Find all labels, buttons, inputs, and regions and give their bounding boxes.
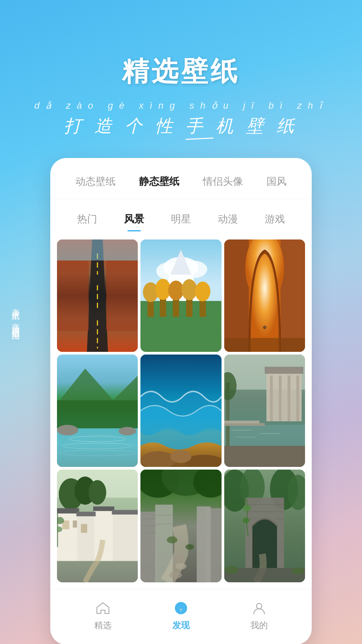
tab-celebrity[interactable]: 明星 (164, 209, 198, 229)
svg-rect-51 (288, 376, 290, 421)
underline-char: 手 (185, 114, 207, 138)
home-icon (94, 599, 112, 617)
svg-point-96 (173, 554, 184, 561)
wallpaper-arch (224, 239, 305, 352)
primary-tab-row: 动态壁纸 静态壁纸 情侣头像 国风 (50, 171, 312, 199)
tab-game[interactable]: 游戏 (258, 209, 292, 229)
grid-item-village2[interactable] (140, 470, 221, 582)
svg-point-66 (88, 480, 106, 505)
grid-item-lake[interactable] (57, 355, 138, 467)
svg-rect-68 (77, 515, 95, 561)
nav-label-mine: 我的 (250, 620, 268, 631)
svg-rect-7 (106, 261, 138, 331)
wallpaper-ocean (140, 355, 221, 467)
svg-rect-59 (224, 423, 265, 426)
svg-point-120 (256, 603, 262, 609)
svg-point-98 (186, 544, 194, 550)
svg-point-113 (292, 568, 304, 575)
svg-rect-28 (224, 239, 249, 352)
nav-label-featured: 精选 (94, 620, 112, 631)
main-title: 精选壁纸 (0, 54, 362, 90)
header-section: 精选壁纸 dǎ zào gè xìng shǒu jī bì zhǐ 打 造 个… (0, 0, 362, 158)
grid-item-archway[interactable] (224, 470, 305, 582)
grid-item-garden[interactable] (224, 355, 305, 467)
image-grid (50, 239, 312, 582)
wallpaper-archway (224, 470, 305, 582)
svg-rect-30 (224, 338, 305, 352)
svg-point-95 (175, 563, 187, 570)
svg-point-40 (119, 427, 136, 435)
compass-icon (172, 599, 190, 617)
svg-point-44 (171, 450, 192, 463)
subtitle-pinyin: dǎ zào gè xìng shǒu jī bì zhǐ (0, 100, 362, 111)
secondary-tab-row: 热门 风景 明星 动漫 游戏 (50, 209, 312, 229)
nav-label-discover: 发现 (172, 620, 190, 631)
wallpaper-mountain (140, 239, 221, 352)
side-text: 唐卡壁纸／高清动态壁纸应用 (9, 302, 22, 327)
grid-item-village1[interactable] (57, 470, 138, 582)
tab-scenery[interactable]: 风景 (117, 209, 151, 229)
svg-rect-6 (57, 261, 88, 331)
svg-rect-74 (112, 510, 138, 515)
wallpaper-village1 (57, 470, 138, 582)
phone-card: 动态壁纸 静态壁纸 情侣头像 国风 热门 风景 明星 动漫 游戏 (50, 158, 312, 644)
nav-item-mine[interactable]: 我的 (250, 599, 268, 631)
svg-rect-77 (81, 524, 87, 533)
tab-anime[interactable]: 动漫 (211, 209, 245, 229)
tab-dynamic-wallpaper[interactable]: 动态壁纸 (69, 171, 122, 192)
tab-guofeng[interactable]: 国风 (260, 171, 293, 192)
svg-rect-88 (197, 506, 211, 582)
svg-rect-70 (113, 514, 138, 561)
wallpaper-road (57, 239, 138, 352)
nav-item-discover[interactable]: 发现 (172, 599, 190, 631)
svg-point-20 (168, 280, 184, 300)
svg-point-24 (195, 282, 210, 302)
svg-rect-72 (76, 512, 96, 517)
svg-rect-27 (281, 239, 305, 352)
svg-point-110 (242, 518, 249, 524)
wallpaper-lake (57, 355, 138, 467)
svg-point-22 (182, 279, 197, 300)
grid-item-arch[interactable] (224, 239, 305, 352)
svg-rect-71 (57, 508, 79, 514)
tab-couple-avatar[interactable]: 情侣头像 (196, 171, 250, 192)
tab-static-wallpaper[interactable]: 静态壁纸 (132, 171, 186, 192)
wallpaper-village2 (140, 470, 221, 582)
svg-point-112 (224, 566, 238, 574)
svg-rect-49 (270, 376, 273, 421)
svg-point-94 (169, 572, 182, 579)
svg-point-39 (57, 425, 78, 435)
subtitle-chinese: 打 造 个 性 手 机 壁 纸 (0, 114, 362, 138)
svg-rect-52 (296, 376, 299, 421)
svg-rect-53 (224, 425, 305, 446)
svg-rect-85 (140, 512, 156, 582)
tab-hot[interactable]: 热门 (70, 209, 104, 229)
svg-rect-73 (93, 506, 114, 511)
person-icon (250, 599, 268, 617)
grid-item-ocean[interactable] (140, 355, 221, 467)
svg-rect-76 (73, 521, 77, 528)
svg-rect-60 (224, 421, 259, 423)
svg-rect-50 (279, 376, 281, 421)
svg-rect-48 (264, 367, 303, 374)
svg-point-109 (243, 505, 251, 512)
grid-item-road[interactable] (57, 239, 138, 352)
grid-item-mountain[interactable] (140, 239, 221, 352)
bottom-nav: 精选 发现 (50, 589, 312, 644)
svg-point-31 (263, 326, 266, 329)
nav-item-featured[interactable]: 精选 (94, 599, 112, 631)
svg-point-97 (167, 536, 177, 543)
wallpaper-garden (224, 355, 305, 467)
svg-rect-61 (224, 446, 305, 467)
svg-rect-5 (57, 239, 138, 261)
svg-rect-34 (57, 400, 138, 428)
svg-rect-69 (94, 510, 114, 561)
